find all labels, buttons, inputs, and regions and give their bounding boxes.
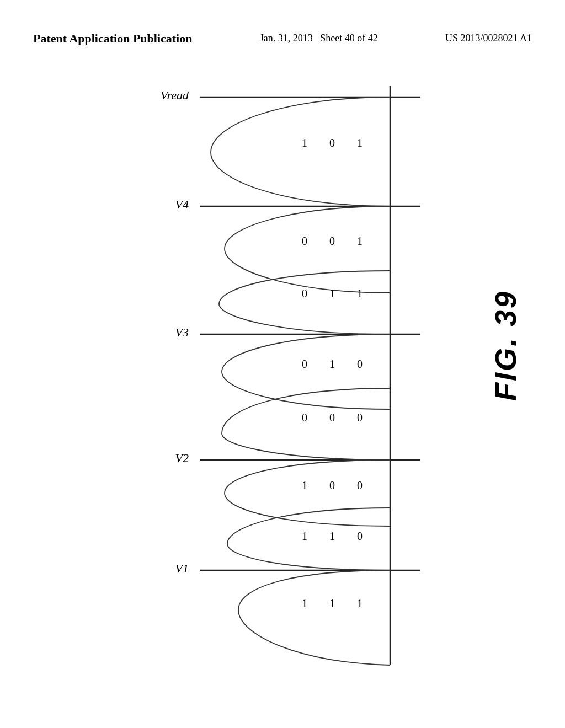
c2-bit3: 1	[357, 235, 363, 247]
c5-bit2: 0	[329, 411, 335, 424]
label-vread: Vread	[161, 88, 189, 102]
curve-8	[238, 570, 390, 665]
curve-3	[219, 271, 390, 334]
diagram-area: Vread V4 V3 V2 V1 1 0 1 0 0 1 0	[89, 81, 476, 687]
c2-bit2: 0	[329, 235, 335, 247]
c4-bit2: 1	[329, 358, 335, 370]
c6-bit3: 0	[357, 479, 363, 491]
label-v2: V2	[175, 451, 189, 465]
c5-bit1: 0	[302, 411, 307, 424]
c4-bit3: 0	[357, 358, 363, 370]
c1-bit3: 1	[357, 137, 363, 149]
label-v1: V1	[175, 561, 189, 575]
diagram-svg: Vread V4 V3 V2 V1 1 0 1 0 0 1 0	[89, 81, 476, 687]
label-v4: V4	[175, 197, 189, 211]
c8-bit3: 1	[357, 597, 363, 609]
c1-bit1: 1	[302, 137, 307, 149]
publication-number: US 2013/0028021 A1	[445, 30, 532, 46]
page-header: Patent Application Publication Jan. 31, …	[0, 0, 565, 47]
curve-2	[225, 206, 390, 293]
curve-1	[211, 97, 390, 206]
publication-title: Patent Application Publication	[33, 30, 192, 47]
c3-bit3: 1	[357, 287, 363, 299]
c7-bit2: 1	[329, 530, 335, 542]
curve-4	[222, 334, 390, 409]
curve-7	[227, 508, 390, 570]
c1-bit2: 0	[329, 137, 335, 149]
c7-bit3: 0	[357, 530, 363, 542]
c4-bit1: 0	[302, 358, 307, 370]
c6-bit2: 0	[329, 479, 335, 491]
label-v3: V3	[175, 325, 189, 339]
curve-6	[225, 460, 390, 526]
c8-bit1: 1	[302, 597, 307, 609]
publication-date: Jan. 31, 2013	[260, 33, 313, 44]
curve-5	[222, 388, 390, 460]
figure-label: FIG. 39	[488, 290, 523, 401]
c6-bit1: 1	[302, 479, 307, 491]
sheet-info: Sheet 40 of 42	[320, 33, 377, 44]
c2-bit1: 0	[302, 235, 307, 247]
c3-bit1: 0	[302, 287, 307, 299]
c5-bit3: 0	[357, 411, 363, 424]
c3-bit2: 1	[329, 287, 335, 299]
publication-date-sheet: Jan. 31, 2013 Sheet 40 of 42	[260, 30, 378, 46]
c8-bit2: 1	[329, 597, 335, 609]
c7-bit1: 1	[302, 530, 307, 542]
